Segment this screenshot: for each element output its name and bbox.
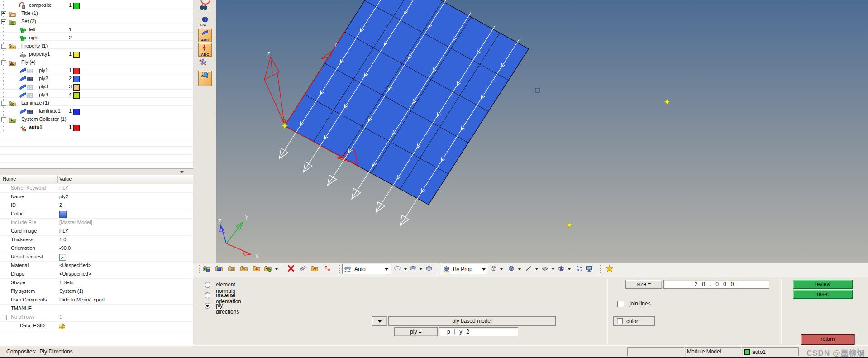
radio-selected-icon[interactable] [205,303,210,309]
composite-layers-button[interactable] [557,264,567,274]
color-swatch[interactable] [73,92,80,99]
performance-graphics-button[interactable] [585,264,595,274]
ply-selector-button[interactable]: ply = [394,327,438,336]
color-swatch[interactable] [73,68,80,74]
color-swatch[interactable] [73,76,80,82]
tree-item-system-collector[interactable]: System Collector (1) [0,115,193,124]
tree-item-ply-folder[interactable]: Ply (4) [0,58,193,67]
expand-plus-icon[interactable] [1,11,6,16]
size-button[interactable]: size = [625,280,662,289]
ply-label-toggle-button[interactable]: ABC [198,29,212,42]
surface-shade-button[interactable] [409,264,419,274]
model-type-button[interactable]: ply based model [388,316,556,326]
checked-checkbox[interactable] [59,254,66,261]
property-collector-button[interactable] [240,264,250,274]
delete-button[interactable] [287,264,297,274]
numbers-toggle[interactable]: 123 [199,23,206,27]
load-label-toggle-button[interactable]: ABC [198,43,212,57]
property-row-result-request[interactable]: Result request [0,253,193,262]
solid-geometry-button[interactable] [425,264,435,274]
layers-dropdown-icon[interactable] [568,268,571,270]
graphics-viewport[interactable]: z Y Z Y X [216,0,868,263]
tree-item-laminate1[interactable]: laminate1 1 [0,107,193,115]
tree-item-laminate-folder[interactable]: Laminate (1) [0,99,193,107]
geometry-shade-button[interactable] [393,264,403,274]
model-3d-scene[interactable]: z Y Z Y X [216,0,868,263]
edges-dropdown-icon[interactable] [535,268,538,270]
tree-item-composite[interactable]: composite 1 [0,1,193,10]
property-row[interactable]: Card Image PLY [0,227,193,236]
components-collector-button[interactable] [203,264,213,274]
module-indicator[interactable]: Module Model [685,347,741,356]
property-row[interactable]: User Comments Hide In Menu/Export [0,296,193,305]
tree-item-ply2-selected[interactable]: ply2 2 [0,75,193,83]
surface-shade-dropdown-icon[interactable] [420,268,422,270]
collapse-minus-icon[interactable] [1,60,6,65]
color-toggle-button[interactable]: color [613,316,655,326]
favorites-icon[interactable] [606,264,615,274]
color-swatch[interactable] [73,52,80,58]
collapse-minus-icon[interactable] [2,315,7,320]
combo-dropdown-icon[interactable] [482,268,486,271]
tree-item-ply3[interactable]: ply3 3 [0,83,193,91]
load-collector-button[interactable] [253,264,262,274]
element-2d-display-button[interactable] [541,264,551,274]
property-row[interactable]: Name ply2 [0,193,193,201]
property-row-color[interactable]: Color [0,210,193,219]
color-picker-swatch[interactable] [59,211,67,218]
color-swatch[interactable] [73,125,80,131]
element-edges-button[interactable] [525,264,534,274]
table-edit-icon[interactable] [58,322,67,333]
property-row[interactable]: Material <Unspecified> [0,262,193,270]
color-swatch[interactable] [73,109,80,115]
review-button[interactable]: review [793,280,853,289]
color-swatch[interactable] [73,84,80,91]
current-collector-indicator[interactable]: auto1 [742,347,799,356]
tree-item-left[interactable]: left 1 [0,26,193,34]
property-row[interactable]: ID 2 [0,201,193,210]
property-row[interactable]: Include File [Master Model] [0,219,193,227]
wireframe-dropdown-icon[interactable] [500,268,503,270]
tree-item-right[interactable]: right 2 [0,34,193,42]
model-type-dropdown-button[interactable] [372,316,387,326]
splitter-collapse-icon[interactable] [180,171,184,173]
property-row-data-esid[interactable]: Data: ESID [0,322,193,330]
entity-display-mode-combo[interactable]: Auto [342,264,391,274]
tree-item-property1[interactable]: property1 1 [0,50,193,58]
combo-dropdown-icon[interactable] [385,268,388,271]
color-checkbox[interactable] [617,318,623,324]
geometry-shade-dropdown-icon[interactable] [404,268,407,270]
ply-name-field[interactable]: ply2 [439,327,518,336]
tree-item-auto1[interactable]: auto1 1 [0,124,193,132]
renumber-button[interactable] [324,264,334,274]
collapse-minus-icon[interactable] [1,44,6,49]
toolbar-grip[interactable] [600,265,601,274]
property-row-no-of-rows[interactable]: No of rows 1 [0,313,193,322]
property-row[interactable]: Orientation -90.0 [0,244,193,253]
radio-icon[interactable] [205,292,210,298]
collapse-minus-icon[interactable] [1,101,6,106]
return-button[interactable]: return [801,334,854,345]
column-divider[interactable] [57,176,58,183]
column-header-value[interactable]: Value [59,175,72,183]
column-header-name[interactable]: Name [3,175,16,183]
element-color-mode-combo[interactable]: By Prop [441,264,488,274]
tree-item-property[interactable]: Property (1) [0,42,193,50]
reset-button[interactable]: reset [793,290,853,299]
2d-display-dropdown-icon[interactable] [552,268,554,270]
collapse-minus-icon[interactable] [1,117,6,122]
color-swatch[interactable] [73,3,80,9]
property-row[interactable]: TMANUF [0,305,193,313]
collapse-minus-icon[interactable] [1,19,6,24]
shaded-dropdown-icon[interactable] [518,268,521,270]
ply-review-icon[interactable] [199,58,207,67]
tree-item-title[interactable]: Title (1) [0,10,193,18]
card-edit-button[interactable] [299,264,309,274]
component-create-button[interactable] [215,264,225,274]
toolbar-grip[interactable] [339,265,340,274]
element-display-button[interactable] [198,71,212,86]
system-collector-button[interactable] [264,264,274,274]
size-value-field[interactable]: 20.000 [663,280,769,289]
property-row[interactable]: Ply system System (1) [0,287,193,296]
toolbar-grip[interactable] [199,265,200,274]
